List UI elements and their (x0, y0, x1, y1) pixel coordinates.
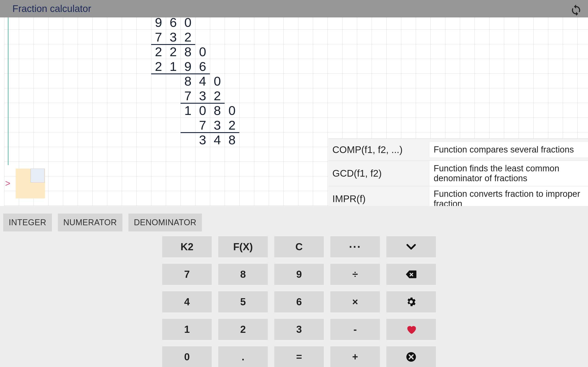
fn-desc: Function finds the least common denomina… (429, 161, 588, 186)
key-close[interactable] (386, 346, 436, 367)
key-5[interactable]: 5 (218, 291, 268, 312)
keyboard-panel: INTEGER NUMERATOR DENOMINATOR K2 F(X) C … (0, 206, 588, 367)
key-k2[interactable]: K2 (162, 236, 212, 257)
key-3[interactable]: 3 (274, 319, 324, 340)
key-multiply[interactable]: × (330, 291, 380, 312)
key-clear[interactable]: C (274, 236, 324, 257)
key-collapse[interactable] (386, 236, 436, 257)
key-0[interactable]: 0 (162, 346, 212, 367)
seg-integer[interactable]: INTEGER (3, 214, 52, 232)
fn-sig: COMP(f1, f2, ...) (328, 142, 429, 158)
key-4[interactable]: 4 (162, 291, 212, 312)
fn-row-gcd[interactable]: GCD(f1, f2) Function finds the least com… (328, 161, 588, 186)
seg-denominator[interactable]: DENOMINATOR (128, 214, 202, 232)
seg-numerator[interactable]: NUMERATOR (58, 214, 122, 232)
key-minus[interactable]: - (330, 319, 380, 340)
refresh-icon (570, 3, 582, 15)
app-title: Fraction calculator (12, 3, 91, 14)
key-dot[interactable]: . (218, 346, 268, 367)
key-9[interactable]: 9 (274, 264, 324, 285)
key-favorite[interactable] (386, 319, 436, 340)
fn-sig: IMPR(f) (328, 191, 429, 207)
key-fx[interactable]: F(X) (218, 236, 268, 257)
fn-sig: GCD(f1, f2) (328, 165, 429, 182)
function-suggestions-panel: COMP(f1, f2, ...) Function compares seve… (328, 139, 588, 211)
key-2[interactable]: 2 (218, 319, 268, 340)
margin-line (8, 0, 9, 165)
key-7[interactable]: 7 (162, 264, 212, 285)
key-6[interactable]: 6 (274, 291, 324, 312)
key-equals[interactable]: = (274, 346, 324, 367)
gear-icon (405, 296, 417, 308)
key-8[interactable]: 8 (218, 264, 268, 285)
app-header: Fraction calculator (0, 0, 588, 17)
key-settings[interactable] (386, 291, 436, 312)
key-backspace[interactable] (386, 264, 436, 285)
refresh-button[interactable] (569, 2, 583, 17)
key-divide[interactable]: ÷ (330, 264, 380, 285)
heart-icon (405, 324, 417, 335)
fn-desc: Function compares several fractions (429, 142, 588, 157)
input-cursor-cell[interactable] (31, 169, 44, 183)
backspace-icon (405, 269, 417, 280)
prompt-caret: > (5, 178, 10, 189)
key-more[interactable]: ··· (330, 236, 380, 257)
key-1[interactable]: 1 (162, 319, 212, 340)
key-plus[interactable]: + (330, 346, 380, 367)
chevron-down-icon (405, 241, 417, 252)
keypad: K2 F(X) C ··· 7 8 9 ÷ 4 5 6 × 1 2 3 - 0 … (162, 236, 436, 367)
input-highlight-bottom (16, 184, 45, 198)
close-circle-icon (405, 351, 417, 363)
fn-row-comp[interactable]: COMP(f1, f2, ...) Function compares seve… (328, 139, 588, 161)
